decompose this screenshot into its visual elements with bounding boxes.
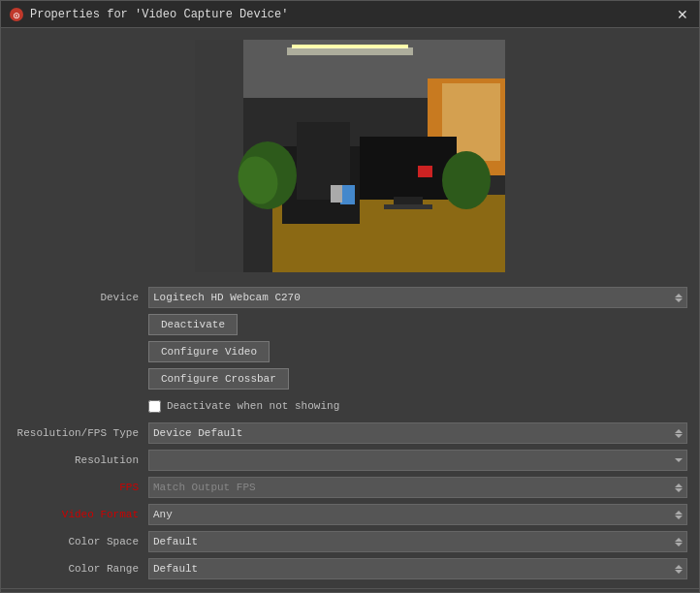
arrow-down-icon bbox=[675, 515, 683, 519]
configure-video-button[interactable]: Configure Video bbox=[148, 341, 270, 362]
device-control: Logitech HD Webcam C270 bbox=[148, 287, 687, 308]
video-format-arrows bbox=[675, 511, 683, 519]
color-range-label: Color Range bbox=[13, 563, 148, 575]
resolution-control bbox=[148, 450, 687, 471]
fps-placeholder: Match Output FPS bbox=[153, 482, 671, 493]
arrow-up-icon bbox=[675, 429, 683, 433]
dialog-title: Properties for 'Video Capture Device' bbox=[30, 8, 288, 21]
checkbox-label-text: Deactivate when not showing bbox=[167, 400, 339, 412]
arrow-down-icon bbox=[675, 458, 683, 462]
video-format-row: Video Format Any bbox=[13, 503, 687, 526]
device-value: Logitech HD Webcam C270 bbox=[153, 292, 671, 303]
dropdown-arrows bbox=[675, 294, 683, 302]
configure-crossbar-row: Configure Crossbar bbox=[13, 367, 687, 390]
controls-area: Device Logitech HD Webcam C270 Deactivat… bbox=[1, 282, 699, 588]
resolution-label: Resolution bbox=[13, 454, 148, 466]
arrow-up-icon bbox=[675, 294, 683, 297]
color-space-value: Default bbox=[153, 536, 671, 547]
deactivate-control: Deactivate bbox=[148, 314, 687, 335]
color-range-value: Default bbox=[153, 563, 671, 575]
color-range-arrows bbox=[675, 565, 683, 574]
resolution-fps-type-arrows bbox=[675, 429, 683, 438]
arrow-up-icon bbox=[675, 511, 683, 515]
arrow-up-icon bbox=[675, 538, 683, 542]
arrow-up-icon bbox=[675, 565, 683, 569]
video-format-label: Video Format bbox=[13, 509, 148, 520]
resolution-arrows bbox=[675, 458, 683, 462]
arrow-down-icon bbox=[675, 570, 683, 574]
color-space-row: Color Space Default bbox=[13, 530, 687, 553]
resolution-fps-type-row: Resolution/FPS Type Device Default bbox=[13, 421, 687, 445]
app-icon: ◎ bbox=[9, 7, 24, 22]
device-row: Device Logitech HD Webcam C270 bbox=[13, 286, 687, 309]
configure-video-row: Configure Video bbox=[13, 340, 687, 363]
color-space-control: Default bbox=[148, 531, 687, 552]
titlebar: ◎ Properties for 'Video Capture Device' … bbox=[1, 1, 699, 28]
checkbox-wrapper: Deactivate when not showing bbox=[148, 400, 339, 413]
resolution-row: Resolution bbox=[13, 449, 687, 472]
fps-label: FPS bbox=[13, 482, 148, 493]
resolution-fps-type-control: Device Default bbox=[148, 422, 687, 444]
video-format-value: Any bbox=[153, 509, 671, 520]
video-format-dropdown[interactable]: Any bbox=[148, 504, 687, 525]
titlebar-left: ◎ Properties for 'Video Capture Device' bbox=[9, 7, 288, 22]
configure-crossbar-button[interactable]: Configure Crossbar bbox=[148, 368, 289, 390]
configure-crossbar-control: Configure Crossbar bbox=[148, 368, 687, 390]
arrow-up-icon bbox=[675, 484, 683, 487]
video-canvas bbox=[195, 40, 505, 272]
arrow-down-icon bbox=[675, 434, 683, 438]
arrow-down-icon bbox=[675, 488, 683, 492]
resolution-fps-type-value: Device Default bbox=[153, 427, 671, 439]
fps-control: Match Output FPS bbox=[148, 477, 687, 498]
resolution-dropdown[interactable] bbox=[148, 450, 687, 471]
fps-row: FPS Match Output FPS bbox=[13, 476, 687, 499]
resolution-fps-type-label: Resolution/FPS Type bbox=[13, 427, 148, 439]
resolution-fps-type-dropdown[interactable]: Device Default bbox=[148, 422, 687, 444]
deactivate-row: Deactivate bbox=[13, 313, 687, 336]
device-dropdown[interactable]: Logitech HD Webcam C270 bbox=[148, 287, 687, 308]
footer: Defaults OK Cancel bbox=[1, 588, 699, 593]
arrow-down-icon bbox=[675, 543, 683, 546]
color-range-control: Default bbox=[148, 558, 687, 579]
color-range-row: Color Range Default bbox=[13, 557, 687, 580]
checkbox-row: Deactivate when not showing bbox=[13, 394, 687, 418]
video-preview bbox=[195, 40, 505, 272]
color-space-arrows bbox=[675, 538, 683, 546]
device-label: Device bbox=[13, 292, 148, 303]
color-range-dropdown[interactable]: Default bbox=[148, 558, 687, 579]
deactivate-button[interactable]: Deactivate bbox=[148, 314, 238, 335]
video-format-control: Any bbox=[148, 504, 687, 525]
deactivate-when-not-showing-checkbox[interactable] bbox=[148, 400, 161, 413]
checkbox-control: Deactivate when not showing bbox=[148, 400, 687, 413]
dialog: ◎ Properties for 'Video Capture Device' … bbox=[0, 0, 700, 593]
fps-dropdown[interactable]: Match Output FPS bbox=[148, 477, 687, 498]
arrow-down-icon bbox=[675, 298, 683, 302]
color-space-label: Color Space bbox=[13, 536, 148, 547]
color-space-dropdown[interactable]: Default bbox=[148, 531, 687, 552]
configure-video-control: Configure Video bbox=[148, 341, 687, 362]
svg-text:◎: ◎ bbox=[14, 11, 19, 21]
fps-arrows bbox=[675, 484, 683, 492]
close-button[interactable]: ✕ bbox=[674, 6, 691, 23]
